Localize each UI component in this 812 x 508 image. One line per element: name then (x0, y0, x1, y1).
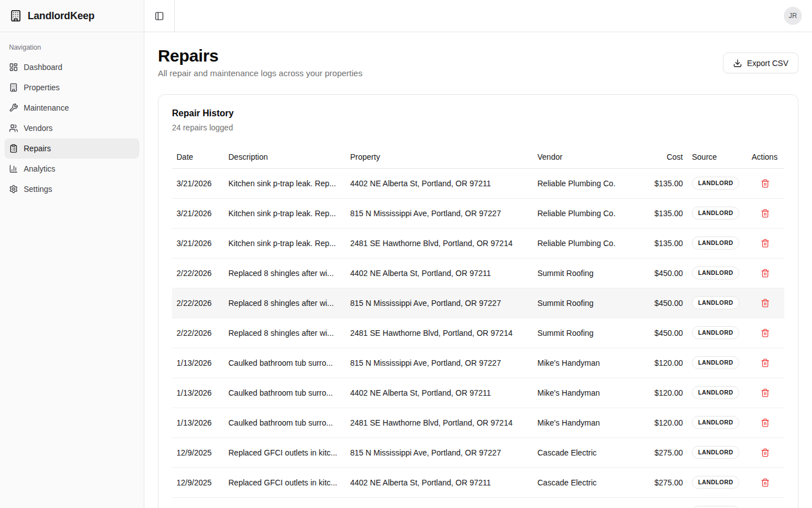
source-badge: LANDLORD (692, 506, 739, 508)
column-header-cost: Cost (634, 146, 687, 168)
source-badge: LANDLORD (692, 416, 739, 429)
repair-date: 12/9/2025 (172, 437, 224, 467)
export-csv-label: Export CSV (747, 59, 788, 68)
delete-repair-button[interactable] (758, 237, 772, 250)
repair-cost: $120.00 (634, 348, 687, 378)
repair-description: Kitchen sink p-trap leak. Rep... (224, 198, 346, 228)
sidebar-item-repairs[interactable]: Repairs (5, 138, 139, 159)
repair-vendor: Cascade Electric (533, 497, 634, 508)
sidebar-item-label: Dashboard (24, 63, 63, 72)
delete-repair-button[interactable] (758, 506, 772, 508)
source-badge: LANDLORD (692, 207, 739, 220)
source-badge: LANDLORD (692, 326, 739, 339)
delete-repair-button[interactable] (758, 296, 772, 310)
sidebar: LandlordKeep Navigation Dashboard Proper… (0, 0, 144, 508)
repair-actions-cell (747, 288, 784, 318)
app-root: LandlordKeep Navigation Dashboard Proper… (0, 0, 812, 508)
column-header-property: Property (346, 146, 533, 168)
users-icon (9, 124, 18, 133)
table-row: 1/13/2026 Caulked bathroom tub surro... … (172, 408, 784, 437)
sidebar-item-maintenance[interactable]: Maintenance (5, 98, 139, 118)
repair-source-cell: LANDLORD (687, 497, 747, 508)
sidebar-item-label: Maintenance (24, 103, 69, 112)
trash-icon (761, 478, 770, 487)
table-row: 1/13/2026 Caulked bathroom tub surro... … (172, 348, 784, 378)
repair-date: 12/9/2025 (172, 467, 224, 497)
table-row: 1/13/2026 Caulked bathroom tub surro... … (172, 378, 784, 408)
main-column: JR Repairs All repair and maintenance lo… (144, 0, 812, 508)
repair-date: 1/13/2026 (172, 408, 224, 437)
bar-chart-icon (9, 164, 18, 173)
trash-icon (761, 329, 770, 338)
table-row: 3/21/2026 Kitchen sink p-trap leak. Rep.… (172, 198, 784, 228)
repair-cost: $135.00 (634, 168, 687, 198)
repair-vendor: Reliable Plumbing Co. (533, 168, 634, 198)
repair-property: 815 N Mississippi Ave, Portland, OR 9722… (346, 348, 533, 378)
repair-actions-cell (747, 437, 784, 467)
table-row: 2/22/2026 Replaced 8 shingles after wi..… (172, 258, 784, 288)
source-badge: LANDLORD (692, 386, 739, 399)
repair-actions-cell (747, 467, 784, 497)
sidebar-item-dashboard[interactable]: Dashboard (5, 57, 139, 77)
topbar: JR (144, 0, 812, 32)
delete-repair-button[interactable] (758, 177, 772, 190)
table-row: 3/21/2026 Kitchen sink p-trap leak. Rep.… (172, 168, 784, 198)
trash-icon (761, 448, 770, 457)
delete-repair-button[interactable] (758, 207, 772, 220)
trash-icon (761, 239, 770, 248)
repairs-count: 24 repairs logged (172, 122, 784, 133)
dashboard-icon (9, 63, 18, 72)
page-subtitle: All repair and maintenance logs across y… (158, 67, 363, 80)
repair-cost: $450.00 (634, 288, 687, 318)
table-row: 3/21/2026 Kitchen sink p-trap leak. Rep.… (172, 228, 784, 258)
wrench-icon (9, 103, 18, 112)
source-badge: LANDLORD (692, 177, 739, 190)
delete-repair-button[interactable] (758, 266, 772, 280)
repair-property: 815 N Mississippi Ave, Portland, OR 9722… (346, 198, 533, 228)
user-avatar[interactable]: JR (784, 7, 802, 25)
delete-repair-button[interactable] (758, 476, 772, 489)
trash-icon (761, 358, 770, 367)
sidebar-item-settings[interactable]: Settings (5, 179, 139, 199)
source-badge: LANDLORD (692, 356, 739, 369)
repair-description: Caulked bathroom tub surro... (224, 348, 346, 378)
repair-date: 2/22/2026 (172, 318, 224, 348)
repair-date: 12/9/2025 (172, 497, 224, 508)
repair-description: Replaced 8 shingles after wi... (224, 288, 346, 318)
repair-property: 815 N Mississippi Ave, Portland, OR 9722… (346, 437, 533, 467)
source-badge: LANDLORD (692, 296, 739, 309)
column-header-actions: Actions (747, 146, 784, 168)
column-header-date: Date (172, 146, 224, 168)
delete-repair-button[interactable] (758, 416, 772, 430)
repair-vendor: Mike's Handyman (533, 378, 634, 408)
sidebar-item-label: Vendors (24, 124, 52, 133)
repair-vendor: Summit Roofing (533, 258, 634, 288)
repair-cost: $275.00 (634, 467, 687, 497)
repair-description: Replaced 8 shingles after wi... (224, 318, 346, 348)
delete-repair-button[interactable] (758, 446, 772, 459)
clipboard-list-icon (9, 144, 18, 153)
delete-repair-button[interactable] (758, 356, 772, 370)
app-name: LandlordKeep (28, 10, 95, 22)
building-icon (9, 83, 18, 92)
landlordkeep-logo-building-icon (9, 9, 23, 23)
repair-actions-cell (747, 318, 784, 348)
sidebar-item-vendors[interactable]: Vendors (5, 118, 139, 138)
sidebar-toggle-button[interactable] (144, 0, 174, 32)
repair-property: 2481 SE Hawthorne Blvd, Portland, OR 972… (346, 497, 533, 508)
repair-source-cell: LANDLORD (687, 258, 747, 288)
sidebar-item-analytics[interactable]: Analytics (5, 159, 139, 179)
repair-actions-cell (747, 228, 784, 258)
repair-property: 4402 NE Alberta St, Portland, OR 97211 (346, 467, 533, 497)
delete-repair-button[interactable] (758, 386, 772, 400)
sidebar-nav: Navigation Dashboard Properties (0, 32, 144, 206)
repair-actions-cell (747, 378, 784, 408)
delete-repair-button[interactable] (758, 326, 772, 340)
repair-date: 1/13/2026 (172, 378, 224, 408)
repair-source-cell: LANDLORD (687, 288, 747, 318)
source-badge: LANDLORD (692, 266, 739, 279)
repairs-table: Date Description Property Vendor Cost So… (172, 146, 784, 508)
sidebar-item-properties[interactable]: Properties (5, 77, 139, 98)
export-csv-button[interactable]: Export CSV (723, 52, 798, 73)
repair-vendor: Reliable Plumbing Co. (533, 228, 634, 258)
